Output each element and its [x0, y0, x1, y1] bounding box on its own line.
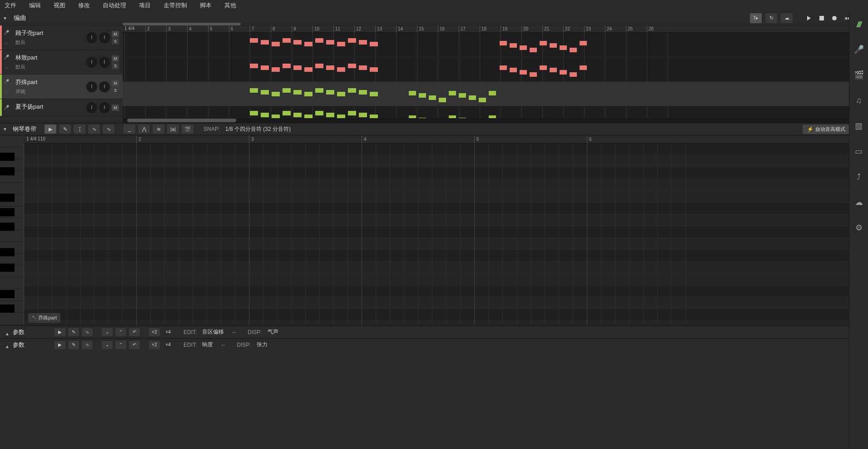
- midi-clip[interactable]: [283, 64, 291, 68]
- param-tool-pencil[interactable]: ✎: [68, 341, 79, 349]
- mute-button[interactable]: M: [112, 55, 119, 62]
- param-x2[interactable]: ×2: [149, 328, 160, 336]
- param-tool-down[interactable]: ⌄: [102, 341, 113, 349]
- midi-clip[interactable]: [315, 88, 323, 93]
- midi-clip[interactable]: [530, 48, 537, 52]
- track-vol-knob[interactable]: I: [86, 81, 97, 92]
- pianoroll-ruler[interactable]: 1 4/4 110 23456: [24, 135, 868, 144]
- track-row[interactable]: 🎤≡ 林致part 默辰 I I M S: [0, 50, 123, 75]
- midi-clip[interactable]: [293, 113, 302, 117]
- lane[interactable]: [123, 57, 868, 82]
- midi-clip[interactable]: [272, 67, 280, 72]
- midi-clip[interactable]: [510, 68, 517, 72]
- midi-clip[interactable]: [250, 111, 258, 115]
- param-collapse-icon[interactable]: ▸: [4, 342, 10, 348]
- track-vol-knob[interactable]: I: [86, 102, 97, 113]
- tool-line[interactable]: ⎯: [124, 125, 135, 134]
- midi-clip[interactable]: [304, 42, 312, 46]
- midi-clip[interactable]: [261, 65, 269, 70]
- play-button[interactable]: [804, 14, 813, 23]
- solo-button[interactable]: S: [112, 38, 119, 45]
- menu-project[interactable]: 项目: [139, 1, 151, 10]
- disp-value[interactable]: 张力: [257, 341, 268, 349]
- track-row[interactable]: 🎤≡ 乔殊part 岸晓 I I M S: [0, 75, 123, 99]
- midi-clip[interactable]: [479, 98, 486, 102]
- midi-clip[interactable]: [580, 41, 587, 45]
- midi-clip[interactable]: [272, 92, 280, 96]
- menu-transport[interactable]: 走带控制: [164, 1, 187, 10]
- timeline-area[interactable]: ☰ 1 4/4 23456789101112131415161718192021…: [123, 25, 868, 123]
- sidebar-clapper-icon[interactable]: 🎬: [853, 70, 864, 80]
- tool-link[interactable]: ⌶: [74, 125, 85, 134]
- midi-clip[interactable]: [520, 70, 527, 75]
- solo-button[interactable]: S: [112, 63, 119, 69]
- track-vol-knob[interactable]: I: [86, 32, 97, 43]
- midi-clip[interactable]: [359, 40, 367, 45]
- pianoroll-grid[interactable]: 1 4/4 110 23456: [24, 135, 868, 325]
- sidebar-doc-icon[interactable]: ▭: [853, 146, 864, 157]
- stop-button[interactable]: [817, 14, 826, 23]
- tool-loop[interactable]: ↻: [765, 13, 777, 23]
- sidebar-gear-icon[interactable]: ⚙: [853, 222, 864, 233]
- midi-clip[interactable]: [304, 67, 312, 72]
- midi-clip[interactable]: [359, 90, 367, 95]
- scrollbar-thumb[interactable]: [127, 119, 236, 122]
- midi-clip[interactable]: [315, 111, 323, 115]
- menu-auto[interactable]: 自动处理: [103, 1, 126, 10]
- param-x2[interactable]: ×2: [149, 341, 160, 349]
- midi-clip[interactable]: [348, 88, 356, 93]
- midi-clip[interactable]: [370, 92, 378, 96]
- midi-clip[interactable]: [500, 65, 507, 70]
- track-row[interactable]: 🎤≡ 顾子尧part 默辰 I I M S: [0, 25, 123, 50]
- menu-script[interactable]: 脚本: [200, 1, 212, 10]
- midi-clip[interactable]: [283, 111, 291, 115]
- param-x4[interactable]: ×4: [163, 341, 174, 349]
- midi-clip[interactable]: [250, 88, 258, 93]
- piano-keyboard[interactable]: C5 C4: [0, 135, 24, 325]
- tool-wave[interactable]: ≋: [153, 125, 164, 134]
- record-button[interactable]: [830, 14, 839, 23]
- lane[interactable]: [123, 33, 868, 57]
- param-x4[interactable]: ×4: [163, 328, 174, 336]
- midi-clip[interactable]: [261, 40, 269, 45]
- midi-clip[interactable]: [449, 91, 456, 95]
- midi-clip[interactable]: [439, 98, 446, 102]
- midi-clip[interactable]: [489, 91, 496, 95]
- param-arrows-icon[interactable]: ↔: [231, 329, 238, 335]
- tool-pencil[interactable]: ✎: [59, 125, 71, 134]
- menu-file[interactable]: 文件: [5, 1, 16, 10]
- midi-clip[interactable]: [359, 65, 367, 70]
- solo-button[interactable]: S: [112, 87, 119, 94]
- midi-clip[interactable]: [560, 45, 567, 50]
- tool-curve2[interactable]: ∿: [103, 125, 114, 134]
- pianoroll-collapse-icon[interactable]: ▾: [4, 126, 10, 132]
- auto-pitch-mode-button[interactable]: ⚡自动音高模式: [803, 125, 850, 134]
- midi-clip[interactable]: [315, 38, 323, 43]
- midi-clip[interactable]: [293, 65, 302, 70]
- midi-clip[interactable]: [580, 65, 587, 70]
- param-tool-up[interactable]: ⌃: [115, 328, 126, 336]
- sidebar-music-icon[interactable]: ♫: [853, 95, 864, 106]
- menu-view[interactable]: 视图: [54, 1, 65, 10]
- sidebar-cloud-icon[interactable]: ☁: [853, 197, 864, 208]
- sidebar-mic-icon[interactable]: 🎤: [853, 44, 864, 55]
- track-pan-knob[interactable]: I: [99, 57, 110, 68]
- midi-clip[interactable]: [510, 43, 517, 48]
- midi-clip[interactable]: [429, 95, 436, 100]
- menu-edit[interactable]: 编辑: [29, 1, 41, 10]
- lane[interactable]: [123, 82, 868, 106]
- arrangement-ruler[interactable]: 1 4/4 2345678910111213141516171819202122…: [123, 25, 868, 33]
- midi-clip[interactable]: [326, 90, 334, 95]
- menu-modify[interactable]: 修改: [78, 1, 90, 10]
- midi-clip[interactable]: [370, 42, 378, 46]
- midi-clip[interactable]: [550, 68, 557, 72]
- midi-clip[interactable]: [250, 64, 258, 68]
- tool-text[interactable]: |a|: [167, 125, 179, 134]
- midi-clip[interactable]: [326, 65, 334, 70]
- track-pan-knob[interactable]: I: [99, 102, 110, 113]
- midi-clip[interactable]: [283, 38, 291, 43]
- midi-clip[interactable]: [337, 42, 345, 46]
- midi-clip[interactable]: [272, 42, 280, 46]
- midi-clip[interactable]: [293, 40, 302, 45]
- track-pan-knob[interactable]: I: [99, 81, 110, 92]
